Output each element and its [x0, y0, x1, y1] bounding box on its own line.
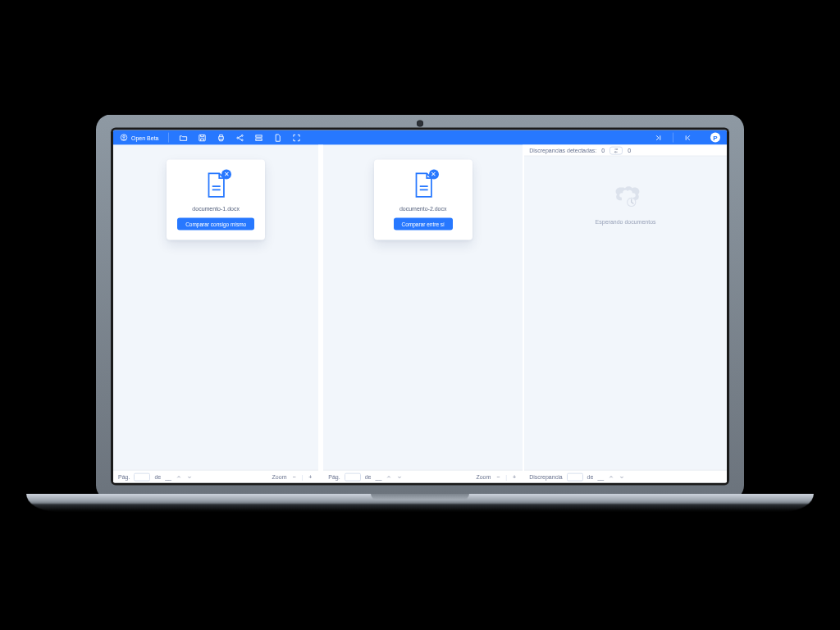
svg-rect-3 — [219, 136, 224, 139]
page-total: __ — [165, 474, 171, 480]
svg-point-5 — [242, 135, 244, 136]
discrepancy-total: __ — [597, 474, 604, 480]
discrepancy-label: Discrepancia — [529, 474, 562, 480]
panel-mid: ✕ documento-2.docx Comparar entre sí Pág… — [322, 145, 524, 483]
panel-right-footer: Discrepancia de __ — [524, 470, 727, 483]
of-label: de — [365, 474, 372, 480]
page-input[interactable] — [134, 472, 150, 481]
of-label: de — [154, 474, 161, 480]
zoom-out-button[interactable]: − — [495, 474, 501, 480]
folder-open-icon[interactable] — [179, 133, 188, 142]
panel-right: Discrepancias detectadas: 0 0 — [524, 145, 727, 483]
save-icon[interactable] — [198, 133, 207, 142]
document-icon: ✕ — [411, 171, 436, 199]
compare-between-button[interactable]: Comparar entre sí — [394, 218, 453, 231]
app-screen: Open Beta — [113, 130, 727, 483]
zoom-in-button[interactable]: + — [307, 474, 313, 480]
doc-card-left: ✕ documento-1.docx Comparar consigo mism… — [167, 160, 265, 240]
svg-rect-8 — [256, 139, 262, 140]
blank-doc-icon[interactable] — [273, 133, 282, 142]
waiting-placeholder: Esperando documentos — [524, 157, 727, 470]
panel-left: ✕ documento-1.docx Comparar consigo mism… — [113, 145, 322, 483]
chevron-up-icon[interactable] — [386, 473, 392, 480]
svg-rect-2 — [199, 135, 205, 140]
page-label: Pág. — [118, 474, 130, 480]
svg-point-1 — [123, 136, 126, 139]
of-label: de — [587, 474, 594, 480]
swap-count: 0 — [628, 148, 631, 153]
share-icon[interactable] — [235, 133, 244, 142]
go-start-icon[interactable] — [683, 133, 692, 142]
chevron-up-icon[interactable] — [176, 473, 182, 480]
close-icon[interactable]: ✕ — [221, 170, 231, 180]
discrepancies-count: 0 — [601, 148, 605, 153]
zoom-label: Zoom — [272, 474, 287, 480]
page-input[interactable] — [345, 472, 361, 481]
top-toolbar: Open Beta — [113, 130, 727, 145]
compare-self-button[interactable]: Comparar consigo mismo — [177, 218, 254, 231]
panel-left-footer: Pág. de __ Zoom − | + — [113, 470, 318, 483]
fullscreen-icon[interactable] — [292, 133, 301, 142]
toolbar-separator — [168, 133, 169, 143]
app-logo[interactable]: Open Beta — [120, 134, 158, 142]
go-end-icon[interactable] — [654, 133, 663, 142]
toolbar-separator — [673, 133, 673, 143]
brain-clock-icon — [611, 181, 641, 211]
waiting-text: Esperando documentos — [596, 219, 656, 225]
doc-card-mid: ✕ documento-2.docx Comparar entre sí — [374, 160, 472, 240]
svg-point-4 — [237, 137, 239, 139]
workspace: ✕ documento-1.docx Comparar consigo mism… — [113, 145, 727, 483]
page-label: Pág. — [328, 474, 340, 480]
discrepancy-header: Discrepancias detectadas: 0 0 — [524, 145, 727, 157]
svg-rect-7 — [256, 135, 262, 136]
doc-name-label: documento-2.docx — [399, 206, 447, 212]
account-badge[interactable]: P — [710, 133, 720, 143]
document-icon: ✕ — [203, 171, 228, 199]
chevron-up-icon[interactable] — [608, 473, 614, 480]
discrepancy-input[interactable] — [567, 472, 583, 481]
doc-name-label: documento-1.docx — [192, 206, 240, 212]
discrepancies-label: Discrepancias detectadas: — [529, 148, 596, 153]
zoom-label: Zoom — [476, 474, 491, 480]
chevron-down-icon[interactable] — [396, 473, 403, 480]
panel-left-body: ✕ documento-1.docx Comparar consigo mism… — [113, 145, 318, 470]
panel-mid-body: ✕ documento-2.docx Comparar entre sí — [323, 145, 523, 470]
app-name-label: Open Beta — [131, 135, 158, 140]
close-icon[interactable]: ✕ — [429, 170, 439, 180]
svg-point-6 — [242, 139, 244, 140]
panel-mid-footer: Pág. de __ Zoom − | + — [323, 470, 523, 483]
zoom-out-button[interactable]: − — [290, 474, 297, 480]
swap-icon[interactable] — [609, 146, 623, 154]
print-icon[interactable] — [217, 133, 226, 142]
chevron-down-icon[interactable] — [619, 473, 625, 480]
page-total: __ — [376, 474, 382, 480]
chevron-down-icon[interactable] — [186, 473, 193, 480]
zoom-in-button[interactable]: + — [511, 474, 518, 480]
layout-icon[interactable] — [254, 133, 263, 142]
